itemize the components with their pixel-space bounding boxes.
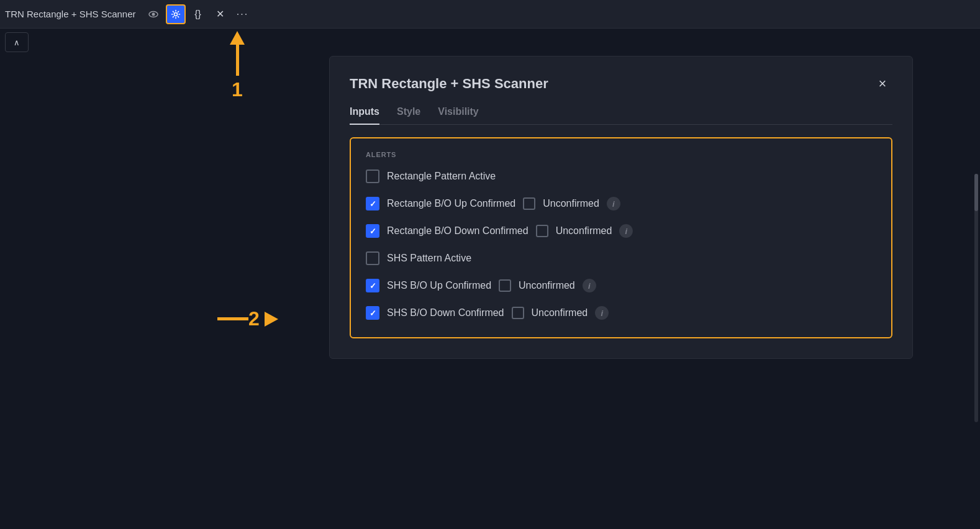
alert-row-shs-bo-down: SHS B/O Down Confirmed Unconfirmed i (366, 306, 876, 320)
annotation-1-stem (236, 45, 239, 76)
checkbox-rectangle-bo-up-unconfirmed[interactable] (523, 197, 535, 210)
alert-label-rectangle-bo-down: Rectangle B/O Down Confirmed (387, 225, 529, 237)
checkbox-shs-pattern[interactable] (366, 251, 379, 265)
annotation-1-label: 1 (232, 78, 243, 101)
info-icon-rectangle-bo-up[interactable]: i (607, 197, 620, 210)
modal-close-button[interactable]: × (873, 74, 892, 94)
alert-row-shs-bo-up: SHS B/O Up Confirmed Unconfirmed i (366, 279, 876, 292)
modal-overlay: TRN Rectangle + SHS Scanner × Inputs Sty… (0, 0, 980, 529)
info-icon-rectangle-bo-down[interactable]: i (619, 224, 633, 238)
annotation-1-arrowhead (230, 31, 245, 45)
svg-point-2 (174, 12, 177, 16)
annotation-1: 1 (230, 31, 245, 101)
info-icon-shs-bo-down[interactable]: i (595, 306, 609, 320)
modal-tabs: Inputs Style Visibility (350, 106, 892, 125)
alert-row-rectangle-bo-up: Rectangle B/O Up Confirmed Unconfirmed i (366, 197, 876, 210)
eye-button[interactable] (143, 4, 163, 24)
settings-modal: TRN Rectangle + SHS Scanner × Inputs Sty… (329, 56, 913, 359)
more-button[interactable]: ··· (233, 4, 253, 24)
checkbox-rectangle-bo-down[interactable] (366, 224, 379, 238)
alert-row-rectangle-pattern: Rectangle Pattern Active (366, 170, 876, 183)
alert-label-rectangle-bo-up: Rectangle B/O Up Confirmed (387, 198, 515, 209)
scrollbar[interactable] (974, 174, 978, 422)
secondary-toolbar: ∧ (0, 29, 980, 56)
alert-label-shs-pattern: SHS Pattern Active (387, 253, 471, 264)
unconfirmed-label-rectangle-bo-down: Unconfirmed (556, 225, 612, 237)
alert-label-shs-bo-down: SHS B/O Down Confirmed (387, 307, 504, 319)
annotation-2-label: 2 (248, 307, 260, 330)
svg-point-1 (152, 12, 155, 16)
modal-title: TRN Rectangle + SHS Scanner (350, 76, 548, 92)
modal-header: TRN Rectangle + SHS Scanner × (350, 74, 892, 94)
checkbox-rectangle-pattern[interactable] (366, 170, 379, 183)
checkbox-rectangle-bo-up[interactable] (366, 197, 379, 210)
x-button[interactable]: ✕ (211, 4, 230, 24)
alert-label-rectangle-pattern: Rectangle Pattern Active (387, 171, 496, 182)
annotation-2-stem (217, 317, 248, 320)
alerts-label: ALERTS (366, 151, 876, 158)
unconfirmed-label-rectangle-bo-up: Unconfirmed (543, 198, 599, 209)
scrollbar-thumb[interactable] (974, 174, 978, 211)
tab-inputs[interactable]: Inputs (350, 106, 379, 125)
main-toolbar: TRN Rectangle + SHS Scanner {} ✕ ··· (0, 0, 980, 29)
info-icon-shs-bo-up[interactable]: i (583, 279, 596, 292)
alerts-section: ALERTS Rectangle Pattern Active Rectangl… (350, 137, 892, 338)
checkbox-shs-bo-down-unconfirmed[interactable] (512, 307, 524, 319)
checkbox-shs-bo-up[interactable] (366, 279, 379, 292)
unconfirmed-label-shs-bo-up: Unconfirmed (519, 280, 575, 291)
gear-button[interactable] (166, 4, 186, 24)
checkbox-rectangle-bo-down-unconfirmed[interactable] (536, 225, 548, 237)
tab-style[interactable]: Style (397, 106, 420, 125)
annotation-2: 2 (217, 307, 278, 330)
checkbox-shs-bo-down[interactable] (366, 306, 379, 320)
alert-row-shs-pattern: SHS Pattern Active (366, 251, 876, 265)
braces-button[interactable]: {} (188, 4, 208, 24)
toolbar-title: TRN Rectangle + SHS Scanner (5, 9, 136, 19)
checkbox-shs-bo-up-unconfirmed[interactable] (499, 279, 511, 292)
alert-label-shs-bo-up: SHS B/O Up Confirmed (387, 280, 491, 291)
alert-row-rectangle-bo-down: Rectangle B/O Down Confirmed Unconfirmed… (366, 224, 876, 238)
annotation-2-arrowhead (265, 312, 278, 327)
tab-visibility[interactable]: Visibility (438, 106, 479, 125)
collapse-button[interactable]: ∧ (5, 32, 29, 52)
unconfirmed-label-shs-bo-down: Unconfirmed (532, 307, 588, 319)
